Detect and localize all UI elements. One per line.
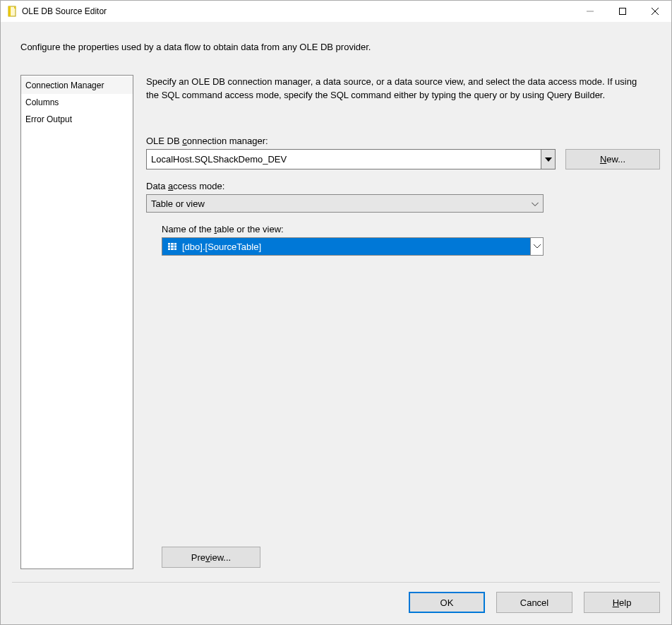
cm-label-post: onnection manager: xyxy=(187,136,268,146)
cm-combo-button[interactable] xyxy=(541,150,555,169)
footer: OK Cancel Help xyxy=(1,583,671,620)
dam-label-post: ccess mode: xyxy=(173,181,224,191)
table-select-value-wrap: [dbo].[SourceTable] xyxy=(162,238,530,255)
panel-description: Specify an OLE DB connection manager, a … xyxy=(146,75,640,102)
svg-rect-3 xyxy=(168,243,177,251)
sidebar: Connection Manager Columns Error Output xyxy=(20,75,133,569)
main-panel: Specify an OLE DB connection manager, a … xyxy=(146,75,660,569)
preview-button[interactable]: Preview... xyxy=(162,547,260,568)
new-button-post: ew... xyxy=(606,154,625,165)
help-button[interactable]: Help xyxy=(584,592,660,613)
table-select-button[interactable] xyxy=(530,238,543,255)
svg-rect-1 xyxy=(8,6,11,16)
intro-text: Configure the properties used by a data … xyxy=(1,22,671,52)
dam-label-pre: Data xyxy=(146,181,168,191)
dialog-window: OLE DB Source Editor Configure the prope… xyxy=(0,0,672,625)
titlebar: OLE DB Source Editor xyxy=(1,1,671,22)
cm-label-pre: OLE DB xyxy=(146,136,182,146)
table-label-pre: Name of the xyxy=(162,224,214,234)
minimize-button[interactable] xyxy=(574,1,606,22)
table-select-value: [dbo].[SourceTable] xyxy=(182,242,261,252)
table-block: Name of the table or the view: xyxy=(162,224,660,256)
table-select[interactable]: [dbo].[SourceTable] xyxy=(162,237,544,256)
cm-combo[interactable]: LocalHost.SQLShackDemo_DEV xyxy=(146,149,556,169)
help-button-post: elp xyxy=(619,597,631,608)
cm-label: OLE DB connection manager: xyxy=(146,136,660,146)
ok-button[interactable]: OK xyxy=(409,592,485,613)
table-icon xyxy=(167,241,178,252)
chevron-down-icon xyxy=(532,198,539,209)
help-button-accel: H xyxy=(613,597,619,608)
app-icon xyxy=(6,6,18,17)
svg-rect-2 xyxy=(620,8,626,15)
dam-select[interactable]: Table or view xyxy=(146,194,544,213)
nav-connection-manager[interactable]: Connection Manager xyxy=(21,77,133,94)
preview-row: Preview... xyxy=(146,547,660,569)
dam-select-value: Table or view xyxy=(151,198,205,209)
preview-button-pre: Pre xyxy=(191,552,205,563)
table-label-post: able or the view: xyxy=(217,224,284,234)
nav-error-output[interactable]: Error Output xyxy=(21,111,133,128)
close-button[interactable] xyxy=(639,1,671,22)
client-area: Configure the properties used by a data … xyxy=(1,22,671,624)
new-button[interactable]: New... xyxy=(565,149,660,169)
table-label: Name of the table or the view: xyxy=(162,224,660,234)
dam-label: Data access mode: xyxy=(146,181,660,191)
window-title: OLE DB Source Editor xyxy=(22,6,107,16)
new-button-accel: N xyxy=(600,154,606,165)
cm-row: LocalHost.SQLShackDemo_DEV New... xyxy=(146,149,660,169)
preview-button-post: iew... xyxy=(210,552,232,563)
maximize-button[interactable] xyxy=(606,1,639,22)
cm-combo-value: LocalHost.SQLShackDemo_DEV xyxy=(147,150,541,169)
nav-columns[interactable]: Columns xyxy=(21,94,133,111)
window-controls xyxy=(574,1,671,22)
body-row: Connection Manager Columns Error Output … xyxy=(20,75,660,569)
cancel-button[interactable]: Cancel xyxy=(496,592,572,613)
dam-row: Table or view xyxy=(146,194,660,213)
